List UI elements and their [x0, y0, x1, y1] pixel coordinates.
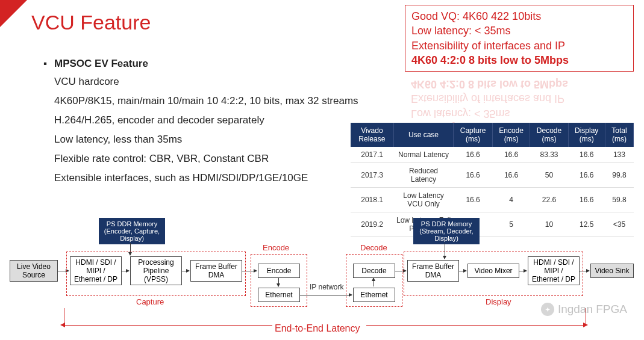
callout-line: Good VQ: 4K60 422 10bits: [411, 9, 627, 23]
table-row: 2018.1Low Latency VCU Only16.6422.616.65…: [351, 188, 634, 212]
latency-line: [64, 325, 272, 326]
encode-label: Encode: [263, 243, 289, 252]
bullet-item: VCU hardcore: [54, 76, 358, 88]
bullet-item: 4K60P/8K15, main/main 10/main 10 4:2:2, …: [54, 95, 358, 107]
table-cell: 83.33: [530, 147, 568, 163]
bullet-item: Extensible interfaces, such as HDMI/SDI/…: [54, 172, 358, 184]
table-cell: Normal Latency: [393, 147, 454, 163]
table-cell: 16.6: [492, 163, 530, 188]
ddr-memory-box: PS DDR Memory (Stream, Decoder, Display): [413, 218, 480, 244]
table-cell: 99.8: [605, 163, 633, 188]
th: Vivado Release: [351, 123, 393, 147]
table-cell: 133: [605, 147, 633, 163]
display-group: [404, 252, 583, 296]
end-to-end-label: End-to-End Latency: [275, 323, 360, 334]
callout-line: Extensibility of interfaces and IP: [411, 39, 627, 53]
table-row: 2017.3Reduced Latency16.616.65016.699.8: [351, 163, 634, 188]
sink-box: Video Sink: [590, 264, 634, 278]
watermark-text: Ingdan FPGA: [558, 303, 627, 316]
encode-group: [251, 254, 307, 307]
display-label: Display: [486, 297, 511, 306]
th: Capture (ms): [454, 123, 493, 147]
bullet-item: H.264/H.265, encoder and decoder separat…: [54, 114, 358, 126]
callout-line: Low latency: < 35ms: [411, 23, 627, 38]
watermark: ✦ Ingdan FPGA: [541, 303, 627, 316]
bullet-item: Low latency, less than 35ms: [54, 134, 358, 146]
table-cell: 4: [492, 188, 530, 212]
bullet-header: MPSOC EV Feature: [54, 58, 358, 70]
th: Use case: [393, 123, 454, 147]
table-cell: 16.6: [568, 163, 605, 188]
th: Display (ms): [568, 123, 605, 147]
page-title: VCU Feature: [31, 11, 151, 34]
th: Total (ms): [605, 123, 633, 147]
table-cell: 16.6: [568, 147, 605, 163]
table-cell: 50: [530, 163, 568, 188]
ddr-memory-box: PS DDR Memory (Encoder, Capture, Display…: [99, 218, 165, 244]
capture-label: Capture: [136, 297, 164, 306]
decode-group: [346, 254, 402, 307]
table-cell: 16.6: [454, 188, 493, 212]
source-box: Live Video Source: [10, 260, 58, 282]
callout-box: Good VQ: 4K60 422 10bits Low latency: < …: [405, 5, 634, 72]
bullet-item: Flexible rate control: CBR, VBR, Constan…: [54, 153, 358, 165]
table-cell: 22.6: [530, 188, 568, 212]
decode-label: Decode: [360, 243, 387, 252]
callout-line-bold: 4K60 4:2:0 8 bits low to 5Mbps: [411, 53, 627, 67]
latency-line: [366, 325, 586, 326]
wechat-icon: ✦: [541, 303, 554, 316]
table-cell: Reduced Latency: [393, 163, 454, 188]
table-cell: Low Latency VCU Only: [393, 188, 454, 212]
latency-tick: [64, 308, 64, 325]
table-cell: 2017.1: [351, 147, 393, 163]
arrow: [300, 295, 352, 295]
th: Encode (ms): [492, 123, 530, 147]
capture-group: [66, 252, 246, 296]
table-row: 2017.1Normal Latency16.616.683.3316.6133: [351, 147, 634, 163]
table-cell: 16.6: [568, 188, 605, 212]
table-cell: 2018.1: [351, 188, 393, 212]
table-cell: 16.6: [454, 163, 493, 188]
corner-decoration: [0, 0, 27, 27]
table-cell: 2017.3: [351, 163, 393, 188]
table-cell: 16.6: [454, 147, 493, 163]
table-cell: 16.6: [492, 147, 530, 163]
th: Decode (ms): [530, 123, 568, 147]
pipeline-diagram: PS DDR Memory (Encoder, Capture, Display…: [10, 218, 635, 335]
table-cell: 59.8: [605, 188, 633, 212]
bullet-list: MPSOC EV Feature VCU hardcore 4K60P/8K15…: [54, 58, 358, 191]
ip-network-label: IP network: [310, 283, 343, 291]
